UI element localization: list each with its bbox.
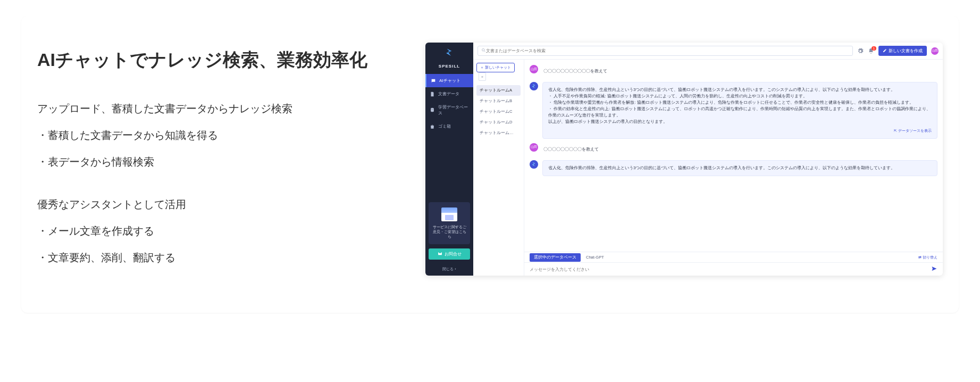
model-label: Chat-GPT [586, 255, 604, 260]
message-row: 山田 〇〇〇〇〇〇〇〇〇〇〇を教えて [530, 65, 937, 78]
feature-heading: AIチャットでナレッジ検索、業務効率化 [37, 48, 388, 72]
search-box[interactable] [478, 46, 853, 56]
ai-message-text: 以上が、協働ロボット搬送システムの導入の目的となります。 [548, 119, 932, 125]
link-icon: ⇱ [894, 129, 898, 132]
notifications-button[interactable]: 1 [868, 48, 874, 54]
pencil-icon [883, 48, 887, 54]
message-row: 省人化、危険作業の排除、生産性向上という3つの目的に基づいて、協働ロボット搬送シ… [530, 82, 937, 139]
new-chat-button[interactable]: ＋ 新しいチャット [476, 63, 515, 72]
notification-badge: 1 [872, 46, 876, 51]
chatroom-item[interactable]: チャットルームD [476, 117, 521, 128]
sidebar-close-button[interactable]: 閉じる ‹ [425, 263, 473, 276]
svg-point-1 [482, 49, 485, 52]
database-icon [430, 107, 435, 113]
switch-label: 切り替え [923, 255, 937, 259]
collapse-rooms-button[interactable]: « [479, 72, 486, 81]
gear-icon [857, 48, 864, 54]
ai-message-bullet: ・ 人手不足や作業負荷の軽減: 協働ロボット搬送システムによって、人間の労働力を… [548, 93, 932, 99]
chevron-left-icon: ‹ [455, 267, 456, 271]
sidebar-item-documents[interactable]: 文書データ [425, 87, 473, 101]
chat-icon [431, 78, 436, 84]
feature-line: アップロード、蓄積した文書データからナレッジ検索 [37, 96, 388, 121]
user-avatar-icon: 山田 [530, 143, 538, 152]
sidebar: SPESILL AIチャット 文書データ 学習データベース ゴミ箱 サービスに関… [425, 43, 473, 276]
logo-icon [445, 48, 454, 57]
send-icon [931, 265, 937, 272]
brand-logo [425, 43, 473, 62]
context-bar: 選択中のデータベース Chat-GPT ⇄ 切り替え [524, 252, 943, 262]
sidebar-item-label: AIチャット [439, 78, 460, 84]
message-row: 山田 〇〇〇〇〇〇〇〇〇を教えて [530, 143, 937, 156]
chevron-left-double-icon: « [481, 75, 483, 79]
chatroom-panel: ＋ 新しいチャット « チャットルームA チャットルームB チャットルームC チ… [473, 60, 524, 276]
feature-bullet: ・メール文章を作成する [37, 219, 388, 243]
ai-message: 省人化、危険作業の排除、生産性向上という3つの目的に基づいて、協働ロボット搬送シ… [542, 82, 937, 139]
message-input-bar [524, 262, 943, 276]
chatroom-item[interactable]: チャットルームA [476, 85, 521, 96]
app-screenshot: SPESILL AIチャット 文書データ 学習データベース ゴミ箱 サービスに関… [425, 43, 943, 276]
chatroom-list: チャットルームA チャットルームB チャットルームC チャットルームD チャット… [476, 85, 521, 138]
svg-point-0 [431, 108, 434, 110]
switch-model-button[interactable]: ⇄ 切り替え [918, 255, 937, 260]
search-icon [481, 48, 486, 54]
feature-card: AIチャットでナレッジ検索、業務効率化 アップロード、蓄積した文書データからナレ… [21, 16, 959, 313]
sidebar-item-ai-chat[interactable]: AIチャット [425, 74, 473, 87]
sidebar-item-label: 学習データベース [438, 104, 469, 116]
user-message: 〇〇〇〇〇〇〇〇〇を教えて [542, 143, 937, 156]
feature-bullet: ・蓄積した文書データから知識を得る [37, 123, 388, 147]
datasource-link[interactable]: ⇱ データソースを表示 [548, 128, 932, 134]
sidebar-item-training-db[interactable]: 学習データベース [425, 101, 473, 120]
settings-button[interactable] [857, 48, 864, 54]
ai-message: 省人化、危険作業の排除、生産性向上という3つの目的に基づいて、協働ロボット搬送シ… [542, 160, 937, 176]
app-body: ＋ 新しいチャット « チャットルームA チャットルームB チャットルームC チ… [473, 60, 943, 276]
swap-icon: ⇄ [918, 255, 923, 259]
sidebar-close-label: 閉じる [442, 267, 454, 271]
contact-label: お問合せ [445, 251, 462, 257]
ai-avatar-icon [530, 160, 538, 169]
feedback-card-text: サービスに関するご意見・ご要望はこちら [432, 225, 467, 239]
ai-message-text: 省人化、危険作業の排除、生産性向上という3つの目的に基づいて、協働ロボット搬送シ… [548, 87, 932, 93]
feedback-illustration-icon [441, 207, 457, 221]
mail-icon [438, 251, 442, 257]
selected-database-pill[interactable]: 選択中のデータベース [530, 253, 581, 262]
trash-icon [430, 124, 435, 129]
brand-name: SPESILL [425, 62, 473, 74]
sidebar-item-trash[interactable]: ゴミ箱 [425, 120, 473, 133]
new-document-label: 新しい文書を作成 [889, 48, 923, 54]
feature-bullet: ・文章要約、添削、翻訳する [37, 245, 388, 270]
app-main: 1 新しい文書を作成 山田 ＋ 新しいチャット « [473, 43, 943, 276]
chat-scroll[interactable]: 山田 〇〇〇〇〇〇〇〇〇〇〇を教えて 省人化、危険作業の排除、生産性向上という3… [524, 60, 943, 252]
ai-avatar-icon [530, 82, 538, 90]
search-input[interactable] [486, 48, 849, 53]
text-column: AIチャットでナレッジ検索、業務効率化 アップロード、蓄積した文書データからナレ… [37, 43, 388, 272]
ai-message-bullet: ・ 作業の効率化と生産性の向上: 協働ロボット搬送システムによって、ロボットの高… [548, 106, 932, 119]
user-message: 〇〇〇〇〇〇〇〇〇〇〇を教えて [542, 65, 937, 78]
feedback-card: サービスに関するご意見・ご要望はこちら [429, 202, 470, 244]
chat-column: 山田 〇〇〇〇〇〇〇〇〇〇〇を教えて 省人化、危険作業の排除、生産性向上という3… [524, 60, 943, 276]
contact-button[interactable]: お問合せ [429, 248, 470, 260]
ai-message-bullet: ・ 危険な作業環境や重労働から作業者を解放: 協働ロボット搬送システムの導入によ… [548, 99, 932, 106]
user-avatar-icon: 山田 [530, 65, 538, 73]
sidebar-item-label: ゴミ箱 [438, 123, 451, 129]
user-avatar[interactable]: 山田 [931, 47, 939, 55]
sidebar-item-label: 文書データ [438, 91, 459, 97]
message-input[interactable] [530, 267, 927, 272]
document-icon [430, 92, 435, 97]
feature-line: 優秀なアシスタントとして活用 [37, 192, 388, 217]
chatroom-item[interactable]: チャットルームC [476, 106, 521, 117]
feature-bullet: ・表データから情報検索 [37, 150, 388, 174]
datasource-label: データソースを表示 [898, 129, 932, 132]
topbar: 1 新しい文書を作成 山田 [473, 43, 943, 60]
send-button[interactable] [931, 265, 937, 273]
new-document-button[interactable]: 新しい文書を作成 [878, 46, 927, 56]
chatroom-item[interactable]: チャットルームB [476, 96, 521, 106]
chatroom-item[interactable]: チャットルーム名が長… [476, 128, 521, 138]
message-row: 省人化、危険作業の排除、生産性向上という3つの目的に基づいて、協働ロボット搬送シ… [530, 160, 937, 176]
